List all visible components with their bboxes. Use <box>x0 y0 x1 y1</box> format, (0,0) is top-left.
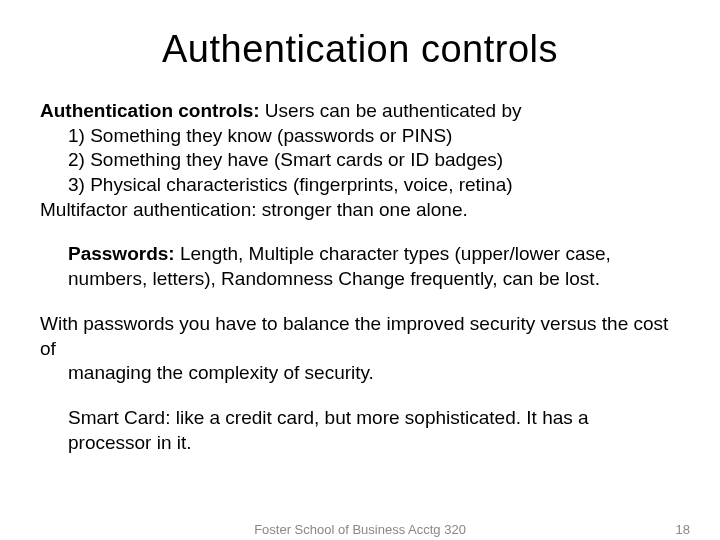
list-item: 3) Physical characteristics (fingerprint… <box>68 173 680 198</box>
smartcard-block: Smart Card: like a credit card, but more… <box>40 406 680 455</box>
balance-line1: With passwords you have to balance the i… <box>40 312 680 361</box>
auth-intro: Users can be authenticated by <box>260 100 522 121</box>
list-item: 1) Something they know (passwords or PIN… <box>68 124 680 149</box>
slide-title: Authentication controls <box>40 28 680 71</box>
auth-list: 1) Something they know (passwords or PIN… <box>40 124 680 198</box>
auth-intro-line: Authentication controls: Users can be au… <box>40 99 680 124</box>
balance-line2: managing the complexity of security. <box>40 361 680 386</box>
balance-block: With passwords you have to balance the i… <box>40 312 680 386</box>
body-text: Authentication controls: Users can be au… <box>40 99 680 455</box>
slide-content: Authentication controls Authentication c… <box>0 0 720 455</box>
passwords-block: Passwords: Length, Multiple character ty… <box>40 242 680 291</box>
passwords-label: Passwords: <box>68 243 175 264</box>
multifactor-line: Multifactor authentication: stronger tha… <box>40 198 680 223</box>
list-item: 2) Something they have (Smart cards or I… <box>68 148 680 173</box>
footer-center: Foster School of Business Acctg 320 <box>254 522 466 537</box>
auth-label: Authentication controls: <box>40 100 260 121</box>
page-number: 18 <box>676 522 690 537</box>
